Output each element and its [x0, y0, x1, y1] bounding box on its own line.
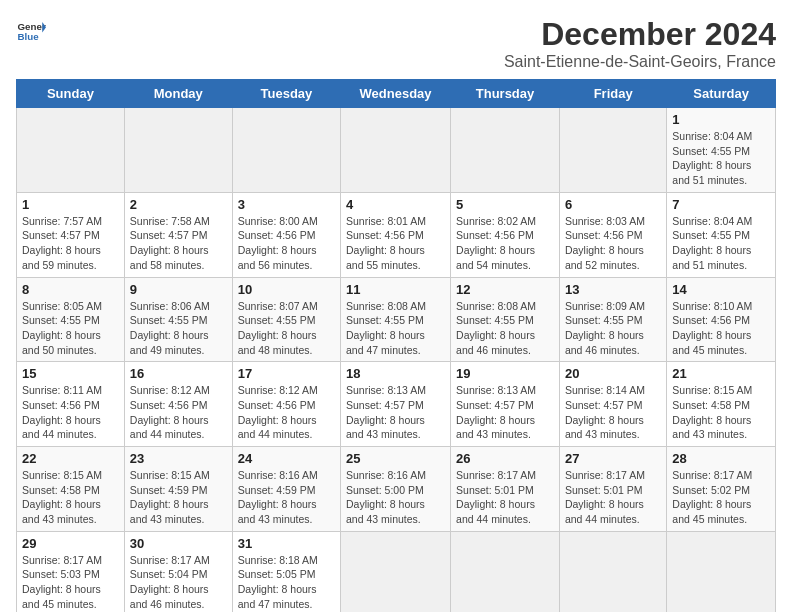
day-info: Sunrise: 8:15 AM Sunset: 4:58 PM Dayligh… [672, 383, 770, 442]
calendar-cell: 21Sunrise: 8:15 AM Sunset: 4:58 PM Dayli… [667, 362, 776, 447]
day-info: Sunrise: 8:17 AM Sunset: 5:04 PM Dayligh… [130, 553, 227, 612]
day-number: 20 [565, 366, 661, 381]
calendar-cell [667, 531, 776, 612]
day-number: 7 [672, 197, 770, 212]
day-number: 16 [130, 366, 227, 381]
calendar-cell: 1Sunrise: 7:57 AM Sunset: 4:57 PM Daylig… [17, 192, 125, 277]
title-section: December 2024 Saint-Etienne-de-Saint-Geo… [504, 16, 776, 71]
day-header-tuesday: Tuesday [232, 80, 340, 108]
day-number: 24 [238, 451, 335, 466]
day-number: 1 [672, 112, 770, 127]
day-info: Sunrise: 8:08 AM Sunset: 4:55 PM Dayligh… [346, 299, 445, 358]
day-number: 8 [22, 282, 119, 297]
day-info: Sunrise: 8:09 AM Sunset: 4:55 PM Dayligh… [565, 299, 661, 358]
day-info: Sunrise: 8:15 AM Sunset: 4:58 PM Dayligh… [22, 468, 119, 527]
day-info: Sunrise: 8:13 AM Sunset: 4:57 PM Dayligh… [456, 383, 554, 442]
day-number: 30 [130, 536, 227, 551]
day-info: Sunrise: 8:11 AM Sunset: 4:56 PM Dayligh… [22, 383, 119, 442]
day-info: Sunrise: 8:02 AM Sunset: 4:56 PM Dayligh… [456, 214, 554, 273]
calendar-cell: 17Sunrise: 8:12 AM Sunset: 4:56 PM Dayli… [232, 362, 340, 447]
week-row-3: 8Sunrise: 8:05 AM Sunset: 4:55 PM Daylig… [17, 277, 776, 362]
calendar-cell: 18Sunrise: 8:13 AM Sunset: 4:57 PM Dayli… [341, 362, 451, 447]
day-number: 29 [22, 536, 119, 551]
day-info: Sunrise: 8:12 AM Sunset: 4:56 PM Dayligh… [130, 383, 227, 442]
day-info: Sunrise: 8:08 AM Sunset: 4:55 PM Dayligh… [456, 299, 554, 358]
day-number: 2 [130, 197, 227, 212]
calendar-cell [124, 108, 232, 193]
calendar-cell [341, 108, 451, 193]
day-info: Sunrise: 7:57 AM Sunset: 4:57 PM Dayligh… [22, 214, 119, 273]
week-row-1: 1Sunrise: 8:04 AM Sunset: 4:55 PM Daylig… [17, 108, 776, 193]
calendar-cell [232, 108, 340, 193]
day-info: Sunrise: 8:16 AM Sunset: 4:59 PM Dayligh… [238, 468, 335, 527]
day-number: 4 [346, 197, 445, 212]
day-number: 31 [238, 536, 335, 551]
day-number: 18 [346, 366, 445, 381]
calendar-cell: 30Sunrise: 8:17 AM Sunset: 5:04 PM Dayli… [124, 531, 232, 612]
calendar-cell: 26Sunrise: 8:17 AM Sunset: 5:01 PM Dayli… [451, 447, 560, 532]
calendar-cell: 16Sunrise: 8:12 AM Sunset: 4:56 PM Dayli… [124, 362, 232, 447]
day-number: 25 [346, 451, 445, 466]
calendar-cell: 31Sunrise: 8:18 AM Sunset: 5:05 PM Dayli… [232, 531, 340, 612]
calendar-cell: 10Sunrise: 8:07 AM Sunset: 4:55 PM Dayli… [232, 277, 340, 362]
day-info: Sunrise: 8:03 AM Sunset: 4:56 PM Dayligh… [565, 214, 661, 273]
day-info: Sunrise: 8:10 AM Sunset: 4:56 PM Dayligh… [672, 299, 770, 358]
calendar-cell: 29Sunrise: 8:17 AM Sunset: 5:03 PM Dayli… [17, 531, 125, 612]
calendar-cell: 15Sunrise: 8:11 AM Sunset: 4:56 PM Dayli… [17, 362, 125, 447]
day-info: Sunrise: 8:04 AM Sunset: 4:55 PM Dayligh… [672, 129, 770, 188]
week-row-4: 15Sunrise: 8:11 AM Sunset: 4:56 PM Dayli… [17, 362, 776, 447]
day-header-wednesday: Wednesday [341, 80, 451, 108]
day-header-thursday: Thursday [451, 80, 560, 108]
calendar-cell [451, 108, 560, 193]
calendar-cell: 14Sunrise: 8:10 AM Sunset: 4:56 PM Dayli… [667, 277, 776, 362]
day-info: Sunrise: 8:15 AM Sunset: 4:59 PM Dayligh… [130, 468, 227, 527]
calendar-cell: 24Sunrise: 8:16 AM Sunset: 4:59 PM Dayli… [232, 447, 340, 532]
day-info: Sunrise: 8:00 AM Sunset: 4:56 PM Dayligh… [238, 214, 335, 273]
calendar-cell: 2Sunrise: 7:58 AM Sunset: 4:57 PM Daylig… [124, 192, 232, 277]
day-number: 6 [565, 197, 661, 212]
calendar-cell: 3Sunrise: 8:00 AM Sunset: 4:56 PM Daylig… [232, 192, 340, 277]
logo: General Blue [16, 16, 46, 46]
day-number: 11 [346, 282, 445, 297]
calendar-cell: 7Sunrise: 8:04 AM Sunset: 4:55 PM Daylig… [667, 192, 776, 277]
calendar-table: SundayMondayTuesdayWednesdayThursdayFrid… [16, 79, 776, 612]
day-info: Sunrise: 8:12 AM Sunset: 4:56 PM Dayligh… [238, 383, 335, 442]
calendar-cell: 28Sunrise: 8:17 AM Sunset: 5:02 PM Dayli… [667, 447, 776, 532]
calendar-cell: 6Sunrise: 8:03 AM Sunset: 4:56 PM Daylig… [559, 192, 666, 277]
day-number: 27 [565, 451, 661, 466]
calendar-cell: 19Sunrise: 8:13 AM Sunset: 4:57 PM Dayli… [451, 362, 560, 447]
day-number: 3 [238, 197, 335, 212]
calendar-cell: 23Sunrise: 8:15 AM Sunset: 4:59 PM Dayli… [124, 447, 232, 532]
calendar-cell: 20Sunrise: 8:14 AM Sunset: 4:57 PM Dayli… [559, 362, 666, 447]
calendar-cell [559, 531, 666, 612]
calendar-cell [17, 108, 125, 193]
day-header-saturday: Saturday [667, 80, 776, 108]
day-info: Sunrise: 8:17 AM Sunset: 5:02 PM Dayligh… [672, 468, 770, 527]
day-number: 22 [22, 451, 119, 466]
day-info: Sunrise: 8:17 AM Sunset: 5:01 PM Dayligh… [456, 468, 554, 527]
main-title: December 2024 [504, 16, 776, 53]
day-info: Sunrise: 8:07 AM Sunset: 4:55 PM Dayligh… [238, 299, 335, 358]
calendar-cell: 9Sunrise: 8:06 AM Sunset: 4:55 PM Daylig… [124, 277, 232, 362]
calendar-cell: 5Sunrise: 8:02 AM Sunset: 4:56 PM Daylig… [451, 192, 560, 277]
calendar-cell: 25Sunrise: 8:16 AM Sunset: 5:00 PM Dayli… [341, 447, 451, 532]
day-number: 5 [456, 197, 554, 212]
day-info: Sunrise: 7:58 AM Sunset: 4:57 PM Dayligh… [130, 214, 227, 273]
day-info: Sunrise: 8:16 AM Sunset: 5:00 PM Dayligh… [346, 468, 445, 527]
day-number: 17 [238, 366, 335, 381]
day-number: 9 [130, 282, 227, 297]
day-info: Sunrise: 8:17 AM Sunset: 5:01 PM Dayligh… [565, 468, 661, 527]
day-info: Sunrise: 8:14 AM Sunset: 4:57 PM Dayligh… [565, 383, 661, 442]
day-number: 26 [456, 451, 554, 466]
header-row: SundayMondayTuesdayWednesdayThursdayFrid… [17, 80, 776, 108]
day-info: Sunrise: 8:05 AM Sunset: 4:55 PM Dayligh… [22, 299, 119, 358]
day-number: 15 [22, 366, 119, 381]
calendar-cell: 22Sunrise: 8:15 AM Sunset: 4:58 PM Dayli… [17, 447, 125, 532]
day-number: 21 [672, 366, 770, 381]
day-info: Sunrise: 8:06 AM Sunset: 4:55 PM Dayligh… [130, 299, 227, 358]
calendar-cell [559, 108, 666, 193]
day-number: 13 [565, 282, 661, 297]
day-info: Sunrise: 8:18 AM Sunset: 5:05 PM Dayligh… [238, 553, 335, 612]
day-info: Sunrise: 8:01 AM Sunset: 4:56 PM Dayligh… [346, 214, 445, 273]
subtitle: Saint-Etienne-de-Saint-Geoirs, France [504, 53, 776, 71]
